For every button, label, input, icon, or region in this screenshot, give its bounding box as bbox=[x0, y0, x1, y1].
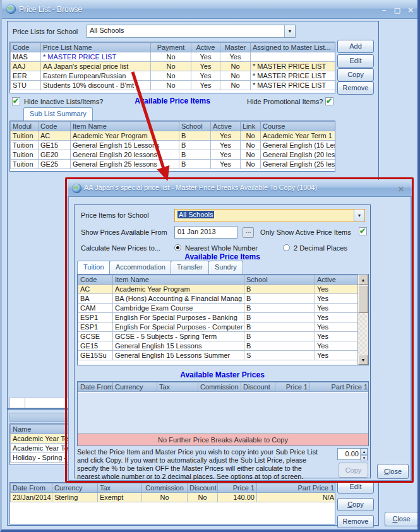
column-header[interactable]: Code bbox=[11, 43, 41, 52]
date-browse-button[interactable]: ... bbox=[243, 227, 254, 238]
edit-button[interactable]: Edit bbox=[337, 54, 374, 68]
column-header[interactable]: Modul bbox=[11, 122, 39, 131]
column-header[interactable]: Active bbox=[315, 275, 359, 285]
hide-inactive-checkbox[interactable] bbox=[12, 97, 20, 105]
table-row[interactable]: ACAcademic Year ProgramBYes bbox=[78, 285, 359, 294]
column-header[interactable]: Price 1 bbox=[275, 382, 310, 392]
chevron-down-icon[interactable] bbox=[354, 210, 364, 222]
dialog-school-combo[interactable]: All Schools bbox=[174, 209, 365, 222]
tab-accommodation[interactable]: Accommodation bbox=[109, 261, 172, 274]
column-header[interactable]: Active bbox=[211, 122, 241, 131]
dialog-titlebar[interactable]: AA Japan's special price list - Master P… bbox=[68, 180, 412, 197]
table-row[interactable]: STUStudents 10% discount - B'mtNoYesNo* … bbox=[11, 81, 336, 90]
table-row[interactable]: ESP1English For Special Purposes - Compu… bbox=[78, 322, 359, 332]
cell: STU bbox=[11, 81, 41, 90]
tab-tuition[interactable]: Tuition bbox=[77, 261, 111, 274]
dialog-close-icon[interactable] bbox=[397, 185, 405, 194]
table-row[interactable]: TuitionGE15General English 15 LessonsBYe… bbox=[11, 141, 336, 150]
nearest-whole-radio[interactable] bbox=[174, 244, 181, 251]
percent-spinner[interactable]: 0.00 ▲▼ bbox=[337, 448, 368, 460]
school-filter-combo[interactable]: All Schools bbox=[87, 25, 296, 38]
only-active-checkbox[interactable] bbox=[359, 227, 367, 235]
column-header[interactable]: Currency bbox=[52, 483, 98, 493]
column-header[interactable]: Part Price 1 bbox=[310, 382, 369, 392]
column-header[interactable]: Part Price 1 bbox=[257, 483, 336, 493]
table-row[interactable]: MAS* MASTER PRICE LISTNoYesYes bbox=[11, 52, 336, 62]
column-header[interactable]: Price 1 bbox=[218, 483, 257, 493]
column-header[interactable]: Currency bbox=[113, 382, 157, 392]
column-header[interactable]: Date From bbox=[11, 483, 52, 493]
column-header[interactable]: Code bbox=[39, 122, 71, 131]
column-header[interactable]: Tax bbox=[98, 483, 142, 493]
column-header[interactable]: Discount bbox=[241, 382, 275, 392]
two-decimal-radio[interactable] bbox=[283, 244, 290, 251]
column-header[interactable]: Discount bbox=[188, 483, 218, 493]
column-header[interactable]: Price List Name bbox=[41, 43, 151, 52]
table-row[interactable]: AAJAA Japan's special price listNoYesNo*… bbox=[11, 62, 336, 71]
tab-sub-list-summary[interactable]: Sub List Summary bbox=[23, 107, 93, 121]
price-break-remove-button[interactable]: Remove bbox=[337, 515, 374, 528]
table-row[interactable]: CAMCambridge Exam CourseBYes bbox=[78, 304, 359, 313]
column-header[interactable]: Item Name bbox=[113, 275, 244, 285]
hide-promotional-checkbox[interactable] bbox=[325, 97, 333, 105]
minimize-icon[interactable] bbox=[379, 6, 389, 15]
spinner-up-icon[interactable]: ▲ bbox=[361, 449, 368, 455]
column-header[interactable]: School bbox=[244, 275, 315, 285]
dialog-copy-button[interactable]: Copy bbox=[339, 463, 368, 478]
cell: * MASTER PRICE LIST bbox=[251, 71, 336, 81]
price-break-copy-button[interactable]: Copy bbox=[337, 498, 374, 511]
percent-value: 0.00 bbox=[338, 449, 360, 459]
column-header[interactable]: Payment bbox=[151, 43, 191, 52]
maximize-icon[interactable] bbox=[392, 6, 402, 15]
table-row[interactable]: ESP1English For Special Purposes - Banki… bbox=[78, 313, 359, 322]
chevron-down-icon[interactable] bbox=[284, 25, 295, 37]
cell: B bbox=[179, 131, 211, 141]
main-close-button[interactable]: Close bbox=[385, 512, 418, 526]
app-globe-icon bbox=[6, 4, 16, 14]
table-row[interactable]: Holiday - Spring - A bbox=[11, 453, 68, 463]
table-row[interactable]: TuitionACAcademic Year ProgramBYesNoAcad… bbox=[11, 131, 336, 141]
spinner-down-icon[interactable]: ▼ bbox=[361, 455, 368, 461]
close-icon[interactable] bbox=[405, 6, 416, 15]
dialog-close-button[interactable]: Close bbox=[377, 464, 409, 479]
cell: Yes bbox=[211, 141, 241, 150]
cell: General English (15 Lesso bbox=[261, 141, 336, 150]
table-row[interactable]: 23/Jan/2014SterlingExemptNoNo140.00N/A bbox=[11, 493, 336, 502]
table-row[interactable]: GCSEGCSE - 5 Subjects - Spring TermBYes bbox=[78, 332, 359, 341]
column-header[interactable]: Item Name bbox=[71, 122, 179, 131]
remove-button[interactable]: Remove bbox=[337, 81, 374, 95]
tab-transfer[interactable]: Transfer bbox=[171, 261, 209, 274]
table-row[interactable]: GE15General English 15 LessonsBYes bbox=[78, 341, 359, 351]
column-header[interactable]: Course bbox=[261, 122, 336, 131]
scroll-up-icon[interactable] bbox=[358, 275, 368, 285]
column-header[interactable]: Name bbox=[11, 425, 68, 434]
table-row[interactable]: TuitionGE20General English 20 lessonsBYe… bbox=[11, 150, 336, 160]
column-header[interactable]: Code bbox=[78, 275, 113, 285]
column-header[interactable]: Tax bbox=[157, 382, 198, 392]
background-list-fragment bbox=[9, 398, 68, 408]
column-header[interactable]: Active bbox=[191, 43, 220, 52]
scroll-down-icon[interactable] bbox=[358, 355, 368, 365]
table-row[interactable]: GE15SuGeneral English 15 Lessons SummerS… bbox=[78, 351, 359, 360]
date-from-field[interactable]: 01 Jan 2013 bbox=[174, 226, 237, 239]
items-scrollbar[interactable] bbox=[357, 275, 368, 365]
main-titlebar[interactable]: Price List - Browse bbox=[0, 0, 420, 19]
column-header[interactable]: Commission bbox=[198, 382, 241, 392]
name-list-table: NameAcademic Year TerAcademic Year TerHo… bbox=[9, 423, 68, 465]
add-button[interactable]: Add bbox=[337, 40, 374, 53]
column-header[interactable]: Date From bbox=[78, 382, 113, 392]
column-header[interactable]: School bbox=[179, 122, 211, 131]
tab-sundry[interactable]: Sundry bbox=[208, 261, 243, 274]
table-row[interactable]: Academic Year Ter bbox=[11, 444, 68, 453]
scroll-thumb[interactable] bbox=[358, 285, 368, 313]
column-header[interactable]: Link bbox=[241, 122, 261, 131]
column-header[interactable]: Commission bbox=[142, 483, 188, 493]
table-row[interactable]: TuitionGE25General English 25 lessonsBYe… bbox=[11, 160, 336, 169]
table-row[interactable]: EEREastern European/RussianNoYesNo* MAST… bbox=[11, 71, 336, 81]
table-row[interactable]: Academic Year Ter bbox=[11, 434, 68, 444]
column-header[interactable]: Master bbox=[220, 43, 251, 52]
price-break-edit-button[interactable]: Edit bbox=[337, 480, 374, 494]
table-row[interactable]: BABA (Hons) Accounting & Financial Manag… bbox=[78, 294, 359, 304]
column-header[interactable]: Assigned to Master List... bbox=[251, 43, 336, 52]
copy-button[interactable]: Copy bbox=[337, 68, 374, 81]
